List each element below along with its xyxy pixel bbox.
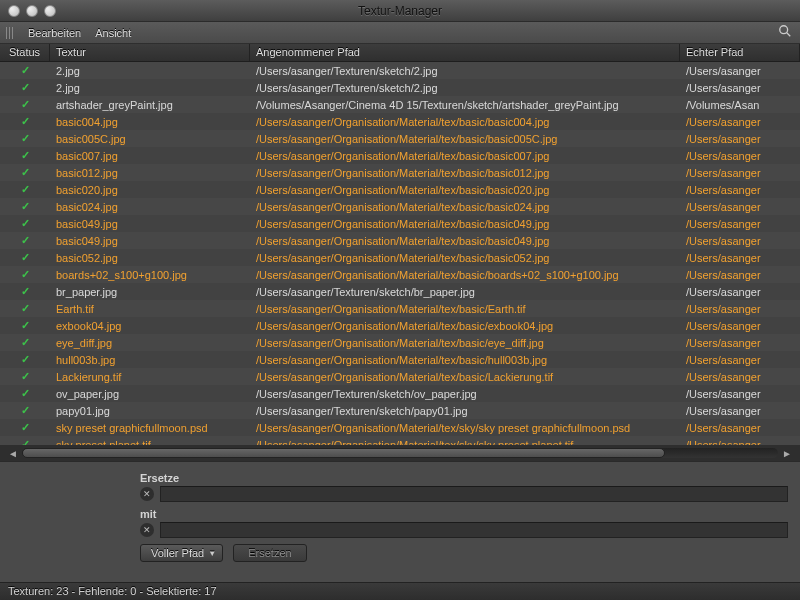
with-input[interactable]	[160, 522, 788, 538]
status-cell: ✓	[0, 165, 50, 180]
texture-name-cell: exbook04.jpg	[50, 319, 250, 333]
window-titlebar: Textur-Manager	[0, 0, 800, 22]
table-row[interactable]: ✓artshader_greyPaint.jpg/Volumes/Asanger…	[0, 96, 800, 113]
table-row[interactable]: ✓basic049.jpg/Users/asanger/Organisation…	[0, 232, 800, 249]
table-row[interactable]: ✓Earth.tif/Users/asanger/Organisation/Ma…	[0, 300, 800, 317]
replace-label: Ersetze	[140, 472, 788, 484]
column-header-status[interactable]: Status	[0, 44, 50, 61]
assumed-path-cell: /Users/asanger/Organisation/Material/tex…	[250, 302, 680, 316]
status-cell: ✓	[0, 369, 50, 384]
table-row[interactable]: ✓br_paper.jpg/Users/asanger/Texturen/ske…	[0, 283, 800, 300]
replace-form: Ersetze ✕ mit ✕ Voller Pfad ▼ Ersetzen	[0, 462, 800, 568]
table-row[interactable]: ✓basic052.jpg/Users/asanger/Organisation…	[0, 249, 800, 266]
scrollbar-track[interactable]	[22, 448, 778, 458]
window-title: Textur-Manager	[0, 4, 800, 18]
assumed-path-cell: /Users/asanger/Organisation/Material/tex…	[250, 115, 680, 129]
real-path-cell: /Users/asanger	[680, 64, 800, 78]
texture-name-cell: Lackierung.tif	[50, 370, 250, 384]
svg-line-1	[787, 33, 791, 37]
status-cell: ✓	[0, 131, 50, 146]
clear-replace-icon[interactable]: ✕	[140, 487, 154, 501]
table-row[interactable]: ✓exbook04.jpg/Users/asanger/Organisation…	[0, 317, 800, 334]
table-row[interactable]: ✓sky preset planet.tif/Users/asanger/Org…	[0, 436, 800, 445]
real-path-cell: /Users/asanger	[680, 234, 800, 248]
checkmark-icon: ✓	[21, 353, 30, 365]
assumed-path-cell: /Users/asanger/Organisation/Material/tex…	[250, 421, 680, 435]
column-header-pfad[interactable]: Angenommener Pfad	[250, 44, 680, 61]
checkmark-icon: ✓	[21, 438, 30, 445]
scroll-right-icon[interactable]: ►	[778, 448, 796, 459]
real-path-cell: /Users/asanger	[680, 251, 800, 265]
texture-name-cell: br_paper.jpg	[50, 285, 250, 299]
scroll-left-icon[interactable]: ◄	[4, 448, 22, 459]
search-icon[interactable]	[778, 24, 794, 41]
table-row[interactable]: ✓sky preset graphicfullmoon.psd/Users/as…	[0, 419, 800, 436]
assumed-path-cell: /Users/asanger/Organisation/Material/tex…	[250, 149, 680, 163]
table-row[interactable]: ✓basic004.jpg/Users/asanger/Organisation…	[0, 113, 800, 130]
scrollbar-thumb[interactable]	[22, 448, 665, 458]
checkmark-icon: ✓	[21, 64, 30, 76]
checkmark-icon: ✓	[21, 132, 30, 144]
checkmark-icon: ✓	[21, 302, 30, 314]
replace-button[interactable]: Ersetzen	[233, 544, 306, 562]
checkmark-icon: ✓	[21, 268, 30, 280]
assumed-path-cell: /Users/asanger/Texturen/sketch/papy01.jp…	[250, 404, 680, 418]
table-row[interactable]: ✓papy01.jpg/Users/asanger/Texturen/sketc…	[0, 402, 800, 419]
status-cell: ✓	[0, 318, 50, 333]
status-cell: ✓	[0, 284, 50, 299]
column-header-echt[interactable]: Echter Pfad	[680, 44, 800, 61]
table-row[interactable]: ✓basic049.jpg/Users/asanger/Organisation…	[0, 215, 800, 232]
real-path-cell: /Users/asanger	[680, 149, 800, 163]
texture-name-cell: basic049.jpg	[50, 234, 250, 248]
checkmark-icon: ✓	[21, 336, 30, 348]
horizontal-scrollbar[interactable]: ◄ ►	[0, 445, 800, 461]
assumed-path-cell: /Users/asanger/Organisation/Material/tex…	[250, 166, 680, 180]
real-path-cell: /Users/asanger	[680, 387, 800, 401]
status-bar: Texturen: 23 - Fehlende: 0 - Selektierte…	[0, 582, 800, 600]
texture-name-cell: basic024.jpg	[50, 200, 250, 214]
table-header: Status Textur Angenommener Pfad Echter P…	[0, 44, 800, 62]
status-cell: ✓	[0, 352, 50, 367]
table-row[interactable]: ✓basic012.jpg/Users/asanger/Organisation…	[0, 164, 800, 181]
table-row[interactable]: ✓2.jpg/Users/asanger/Texturen/sketch/2.j…	[0, 62, 800, 79]
table-row[interactable]: ✓2.jpg/Users/asanger/Texturen/sketch/2.j…	[0, 79, 800, 96]
checkmark-icon: ✓	[21, 404, 30, 416]
column-header-textur[interactable]: Textur	[50, 44, 250, 61]
assumed-path-cell: /Users/asanger/Texturen/sketch/2.jpg	[250, 64, 680, 78]
table-row[interactable]: ✓basic024.jpg/Users/asanger/Organisation…	[0, 198, 800, 215]
assumed-path-cell: /Users/asanger/Organisation/Material/tex…	[250, 132, 680, 146]
table-row[interactable]: ✓basic020.jpg/Users/asanger/Organisation…	[0, 181, 800, 198]
table-row[interactable]: ✓Lackierung.tif/Users/asanger/Organisati…	[0, 368, 800, 385]
status-cell: ✓	[0, 97, 50, 112]
table-row[interactable]: ✓basic007.jpg/Users/asanger/Organisation…	[0, 147, 800, 164]
clear-with-icon[interactable]: ✕	[140, 523, 154, 537]
menu-edit[interactable]: Bearbeiten	[28, 27, 81, 39]
table-row[interactable]: ✓hull003b.jpg/Users/asanger/Organisation…	[0, 351, 800, 368]
status-cell: ✓	[0, 301, 50, 316]
texture-name-cell: sky preset planet.tif	[50, 438, 250, 446]
texture-name-cell: 2.jpg	[50, 64, 250, 78]
real-path-cell: /Users/asanger	[680, 353, 800, 367]
table-row[interactable]: ✓ov_paper.jpg/Users/asanger/Texturen/ske…	[0, 385, 800, 402]
table-row[interactable]: ✓boards+02_s100+g100.jpg/Users/asanger/O…	[0, 266, 800, 283]
texture-name-cell: hull003b.jpg	[50, 353, 250, 367]
status-cell: ✓	[0, 182, 50, 197]
table-row[interactable]: ✓eye_diff.jpg/Users/asanger/Organisation…	[0, 334, 800, 351]
status-cell: ✓	[0, 420, 50, 435]
with-label: mit	[140, 508, 788, 520]
status-cell: ✓	[0, 80, 50, 95]
status-cell: ✓	[0, 114, 50, 129]
assumed-path-cell: /Users/asanger/Organisation/Material/tex…	[250, 200, 680, 214]
status-cell: ✓	[0, 386, 50, 401]
menu-view[interactable]: Ansicht	[95, 27, 131, 39]
assumed-path-cell: /Users/asanger/Organisation/Material/tex…	[250, 336, 680, 350]
real-path-cell: /Users/asanger	[680, 438, 800, 446]
real-path-cell: /Users/asanger	[680, 268, 800, 282]
real-path-cell: /Users/asanger	[680, 370, 800, 384]
table-body[interactable]: ✓2.jpg/Users/asanger/Texturen/sketch/2.j…	[0, 62, 800, 445]
path-mode-dropdown[interactable]: Voller Pfad ▼	[140, 544, 223, 562]
replace-input[interactable]	[160, 486, 788, 502]
status-cell: ✓	[0, 216, 50, 231]
table-row[interactable]: ✓basic005C.jpg/Users/asanger/Organisatio…	[0, 130, 800, 147]
menu-grip-icon[interactable]	[6, 27, 14, 39]
